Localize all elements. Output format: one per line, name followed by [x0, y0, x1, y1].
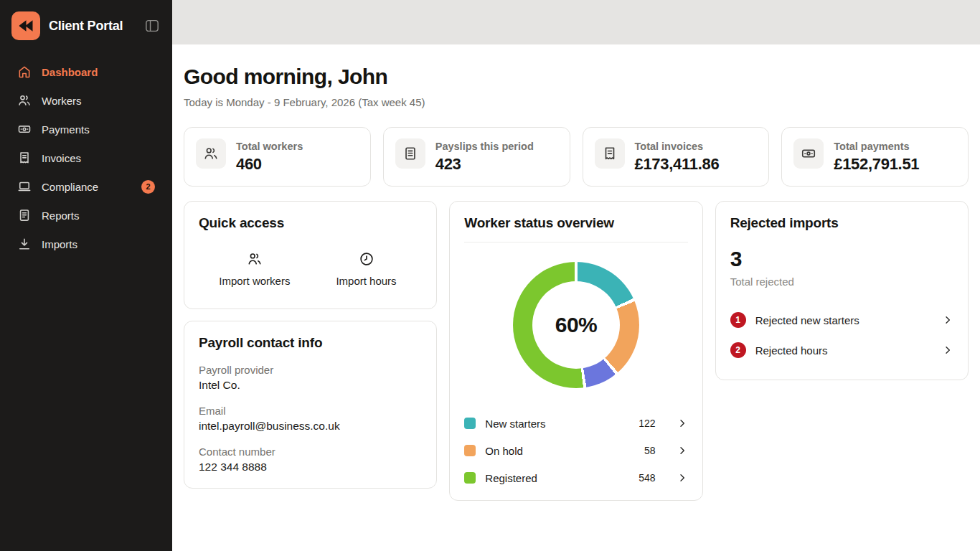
sidebar-item-label: Reports	[42, 209, 80, 222]
rejected-imports-card: Rejected imports 3 Total rejected 1 Reje…	[715, 201, 969, 380]
app-logo	[11, 11, 40, 40]
users-icon	[196, 138, 226, 169]
stats-row: Total workers 460 Payslips this period 4…	[184, 127, 969, 187]
chevron-right-icon	[677, 418, 688, 429]
stat-card-payslips: Payslips this period 423	[383, 127, 570, 187]
quick-actions: Import workers Import hours	[199, 251, 422, 287]
stat-card-total-payments: Total payments £152,791.51	[781, 127, 969, 187]
stat-value: £173,411.86	[635, 155, 720, 174]
action-label: Import workers	[219, 275, 290, 287]
stat-label: Total invoices	[635, 138, 720, 152]
sidebar-item-imports[interactable]: Imports	[0, 230, 172, 258]
chevron-right-icon	[677, 472, 688, 484]
compliance-badge: 2	[141, 180, 155, 194]
banknote-icon	[793, 138, 824, 169]
legend-row-on-hold[interactable]: On hold 58	[464, 437, 687, 464]
legend-swatch	[464, 445, 476, 456]
content: Good morning, John Today is Monday - 9 F…	[172, 44, 980, 501]
legend-label: On hold	[485, 445, 635, 457]
sidebar-item-label: Payments	[42, 123, 90, 136]
rejected-total-label: Total rejected	[730, 276, 953, 288]
sidebar-item-invoices[interactable]: Invoices	[0, 143, 172, 172]
sidebar-collapse-icon[interactable]	[143, 18, 161, 34]
field-label: Contact number	[199, 446, 422, 458]
stat-label: Payslips this period	[435, 138, 534, 152]
row-label: Rejected hours	[755, 344, 933, 357]
chevron-right-icon	[942, 314, 953, 326]
date-line: Today is Monday - 9 February, 2026 (Tax …	[184, 96, 969, 108]
field-value: Intel Co.	[199, 379, 422, 392]
main-area: Good morning, John Today is Monday - 9 F…	[172, 0, 980, 551]
field-value: intel.payroll@business.co.uk	[199, 420, 422, 433]
sidebar-item-compliance[interactable]: Compliance 2	[0, 172, 172, 201]
legend-row-registered[interactable]: Registered 548	[464, 464, 687, 491]
rejected-rows: 1 Rejected new starters 2 Rejected hours	[730, 305, 953, 365]
legend-swatch	[464, 418, 476, 429]
legend-value: 122	[639, 418, 655, 429]
contact-number-field: Contact number 122 344 8888	[199, 446, 422, 474]
chevron-right-icon	[677, 445, 688, 456]
legend-swatch	[464, 472, 476, 484]
clock-icon	[359, 251, 374, 267]
legend-label: New starters	[485, 418, 629, 430]
receipt-icon	[17, 151, 32, 165]
rejected-new-starters-row[interactable]: 1 Rejected new starters	[730, 305, 953, 335]
sidebar-item-label: Dashboard	[42, 66, 98, 78]
stat-value: 423	[435, 155, 534, 174]
app-title: Client Portal	[49, 19, 135, 34]
home-icon	[17, 65, 32, 79]
worker-status-card: Worker status overview 60% New starters …	[449, 201, 702, 501]
sidebar-item-workers[interactable]: Workers	[0, 86, 172, 115]
page-title: Good morning, John	[184, 65, 969, 89]
legend-label: Registered	[485, 472, 629, 484]
top-banner	[172, 0, 980, 44]
legend-value: 548	[639, 472, 655, 484]
legend-row-new-starters[interactable]: New starters 122	[464, 410, 687, 437]
report-icon	[17, 208, 32, 222]
stat-card-total-invoices: Total invoices £173,411.86	[583, 127, 770, 187]
donut-chart: 60%	[513, 262, 639, 388]
sidebar-nav: Dashboard Workers Payments	[0, 57, 172, 258]
action-label: Import hours	[336, 275, 396, 287]
divider	[464, 242, 687, 242]
field-label: Payroll provider	[199, 364, 422, 376]
rejected-hours-row[interactable]: 2 Rejected hours	[730, 335, 953, 365]
count-badge: 1	[730, 312, 746, 328]
sidebar-item-payments[interactable]: Payments	[0, 115, 172, 143]
payroll-contact-card: Payroll contact info Payroll provider In…	[184, 321, 437, 489]
sidebar-item-label: Compliance	[42, 181, 98, 193]
rejected-total: 3	[730, 247, 953, 271]
invoice-icon	[595, 138, 625, 169]
left-card-column: Quick access Import workers	[184, 201, 437, 489]
import-hours-button[interactable]: Import hours	[311, 251, 423, 287]
payslip-icon	[395, 138, 425, 169]
row-label: Rejected new starters	[755, 314, 933, 326]
sidebar-item-dashboard[interactable]: Dashboard	[0, 57, 172, 86]
banknote-icon	[17, 122, 32, 136]
count-badge: 2	[730, 342, 746, 358]
legend-value: 58	[644, 445, 656, 456]
laptop-icon	[17, 179, 32, 194]
import-workers-button[interactable]: Import workers	[199, 251, 311, 287]
sidebar-item-reports[interactable]: Reports	[0, 201, 172, 230]
sidebar-item-label: Imports	[42, 238, 77, 250]
stat-card-total-workers: Total workers 460	[184, 127, 371, 187]
users-icon	[247, 251, 263, 267]
cards-row: Quick access Import workers	[184, 201, 969, 501]
field-value: 122 344 8888	[199, 461, 422, 474]
email-field: Email intel.payroll@business.co.uk	[199, 405, 422, 433]
chart-legend: New starters 122 On hold 58	[464, 410, 687, 491]
card-title: Payroll contact info	[199, 335, 422, 351]
sidebar: Client Portal Dashboard	[0, 0, 172, 551]
users-icon	[17, 93, 32, 108]
download-icon	[17, 237, 32, 251]
card-title: Rejected imports	[730, 215, 953, 231]
sidebar-item-label: Workers	[42, 95, 82, 107]
rewind-icon	[17, 17, 35, 34]
stat-value: £152,791.51	[834, 155, 919, 174]
card-title: Worker status overview	[464, 215, 687, 231]
brand-row: Client Portal	[0, 0, 172, 50]
card-title: Quick access	[199, 215, 422, 231]
chevron-right-icon	[942, 344, 953, 356]
sidebar-item-label: Invoices	[42, 152, 81, 164]
